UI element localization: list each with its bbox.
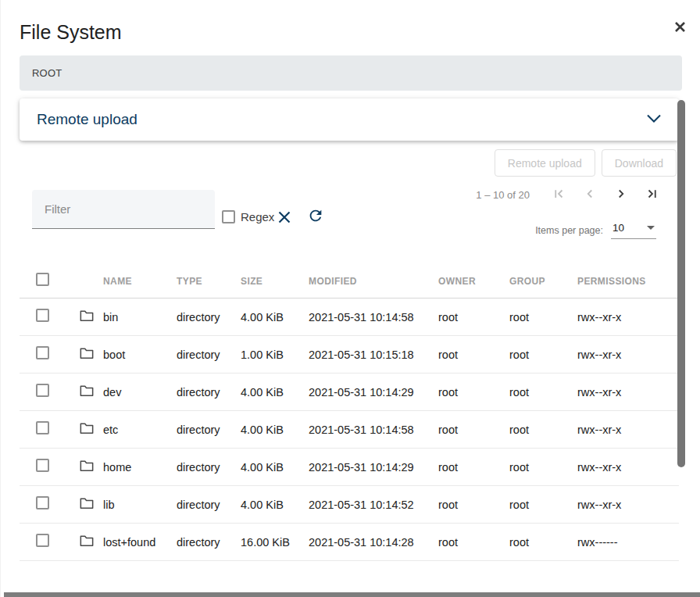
cell-name: home bbox=[103, 461, 177, 474]
cell-owner: root bbox=[438, 499, 509, 511]
panel-title: Remote upload bbox=[37, 111, 138, 128]
cell-size: 4.00 KiB bbox=[241, 424, 309, 436]
table-header-row: NAME TYPE SIZE MODIFIED OWNER GROUP PERM… bbox=[20, 264, 679, 298]
cell-group: root bbox=[509, 536, 577, 549]
previous-page-button[interactable] bbox=[583, 188, 597, 202]
cell-permissions: rwx--xr-x bbox=[577, 461, 679, 474]
cell-size: 4.00 KiB bbox=[241, 311, 309, 324]
cell-modified: 2021-05-31 10:14:52 bbox=[309, 499, 438, 511]
cell-group: root bbox=[509, 386, 577, 399]
cell-group: root bbox=[509, 499, 577, 511]
row-checkbox[interactable] bbox=[36, 534, 49, 547]
breadcrumb[interactable]: ROOT bbox=[20, 55, 682, 91]
page-size-value: 10 bbox=[612, 222, 624, 234]
cell-permissions: rwx--xr-x bbox=[577, 386, 679, 399]
cell-group: root bbox=[509, 461, 577, 474]
last-page-icon bbox=[645, 187, 659, 203]
folder-icon bbox=[80, 422, 94, 438]
regex-checkbox[interactable] bbox=[222, 210, 235, 223]
cell-name: dev bbox=[103, 386, 177, 399]
cell-size: 16.00 KiB bbox=[241, 536, 309, 549]
column-header-size[interactable]: SIZE bbox=[241, 276, 309, 287]
file-table: NAME TYPE SIZE MODIFIED OWNER GROUP PERM… bbox=[20, 264, 679, 561]
filter-input[interactable] bbox=[32, 190, 215, 229]
row-checkbox[interactable] bbox=[36, 496, 49, 509]
cell-size: 1.00 KiB bbox=[241, 349, 309, 361]
cell-modified: 2021-05-31 10:14:29 bbox=[309, 386, 438, 399]
cell-owner: root bbox=[438, 424, 509, 436]
dropdown-arrow-icon bbox=[647, 226, 655, 230]
cell-type: directory bbox=[177, 349, 241, 361]
cell-type: directory bbox=[177, 424, 241, 436]
chevron-down-icon bbox=[646, 113, 662, 127]
cell-owner: root bbox=[438, 536, 509, 549]
cell-name: lib bbox=[103, 499, 177, 511]
cell-owner: root bbox=[438, 349, 509, 361]
folder-icon bbox=[80, 459, 94, 475]
cell-permissions: rwx--xr-x bbox=[577, 311, 679, 324]
previous-page-icon bbox=[583, 187, 597, 203]
paginator: 1 – 10 of 20 bbox=[476, 188, 659, 202]
table-row[interactable]: boot directory 1.00 KiB 2021-05-31 10:15… bbox=[20, 336, 679, 374]
row-checkbox[interactable] bbox=[36, 384, 49, 397]
cell-permissions: rwx--xr-x bbox=[577, 499, 679, 511]
folder-icon bbox=[80, 384, 94, 400]
row-checkbox[interactable] bbox=[36, 421, 49, 434]
table-row[interactable]: home directory 4.00 KiB 2021-05-31 10:14… bbox=[20, 449, 679, 486]
cell-permissions: rwx--xr-x bbox=[577, 424, 679, 436]
folder-icon bbox=[80, 497, 94, 513]
cell-size: 4.00 KiB bbox=[241, 461, 309, 474]
first-page-icon bbox=[552, 187, 566, 203]
table-row[interactable]: bin directory 4.00 KiB 2021-05-31 10:14:… bbox=[20, 298, 679, 336]
select-all-checkbox[interactable] bbox=[36, 273, 49, 286]
column-header-name[interactable]: NAME bbox=[103, 276, 177, 287]
regex-label: Regex bbox=[241, 210, 274, 223]
cell-owner: root bbox=[438, 461, 509, 474]
column-header-modified[interactable]: MODIFIED bbox=[309, 276, 438, 287]
vertical-scrollbar-thumb[interactable] bbox=[677, 100, 685, 467]
remote-upload-panel-header[interactable]: Remote upload bbox=[20, 98, 679, 141]
cell-owner: root bbox=[438, 386, 509, 399]
cell-type: directory bbox=[177, 461, 241, 474]
row-checkbox[interactable] bbox=[36, 309, 49, 322]
close-button[interactable] bbox=[670, 19, 689, 38]
cell-type: directory bbox=[177, 311, 241, 324]
cell-group: root bbox=[509, 349, 577, 361]
cell-type: directory bbox=[177, 386, 241, 399]
column-header-type[interactable]: TYPE bbox=[177, 276, 241, 287]
column-header-group[interactable]: GROUP bbox=[509, 276, 577, 287]
refresh-icon[interactable] bbox=[307, 207, 324, 227]
cell-type: directory bbox=[177, 536, 241, 549]
clear-filter-icon[interactable] bbox=[277, 209, 292, 228]
horizontal-scrollbar-thumb[interactable] bbox=[4, 592, 700, 597]
items-per-page-label: Items per page: bbox=[535, 225, 603, 236]
items-per-page: Items per page: 10 bbox=[535, 222, 656, 239]
table-row[interactable]: etc directory 4.00 KiB 2021-05-31 10:14:… bbox=[20, 411, 679, 449]
table-row[interactable]: dev directory 4.00 KiB 2021-05-31 10:14:… bbox=[20, 374, 679, 411]
paginator-range-label: 1 – 10 of 20 bbox=[476, 189, 530, 201]
cell-size: 4.00 KiB bbox=[241, 386, 309, 399]
last-page-button[interactable] bbox=[645, 188, 659, 202]
column-header-owner[interactable]: OWNER bbox=[438, 276, 509, 287]
cell-modified: 2021-05-31 10:14:58 bbox=[309, 424, 438, 436]
cell-modified: 2021-05-31 10:15:18 bbox=[309, 349, 438, 361]
table-row[interactable]: lost+found directory 16.00 KiB 2021-05-3… bbox=[20, 524, 679, 561]
next-page-button[interactable] bbox=[614, 188, 628, 202]
column-header-permissions[interactable]: PERMISSIONS bbox=[577, 276, 679, 287]
row-checkbox[interactable] bbox=[36, 459, 49, 472]
page-title: File System bbox=[20, 21, 122, 44]
row-checkbox[interactable] bbox=[36, 346, 49, 359]
remote-upload-button[interactable]: Remote upload bbox=[495, 149, 595, 177]
cell-name: bin bbox=[103, 311, 177, 324]
cell-name: etc bbox=[103, 424, 177, 436]
action-buttons: Remote upload Download bbox=[495, 149, 677, 177]
download-button[interactable]: Download bbox=[602, 149, 677, 177]
page-size-select[interactable]: 10 bbox=[611, 222, 656, 239]
cell-modified: 2021-05-31 10:14:28 bbox=[309, 536, 438, 549]
cell-type: directory bbox=[177, 499, 241, 511]
cell-name: lost+found bbox=[103, 536, 177, 549]
first-page-button[interactable] bbox=[552, 188, 566, 202]
table-row[interactable]: lib directory 4.00 KiB 2021-05-31 10:14:… bbox=[20, 486, 679, 524]
cell-group: root bbox=[509, 424, 577, 436]
breadcrumb-root-label: ROOT bbox=[32, 67, 62, 79]
